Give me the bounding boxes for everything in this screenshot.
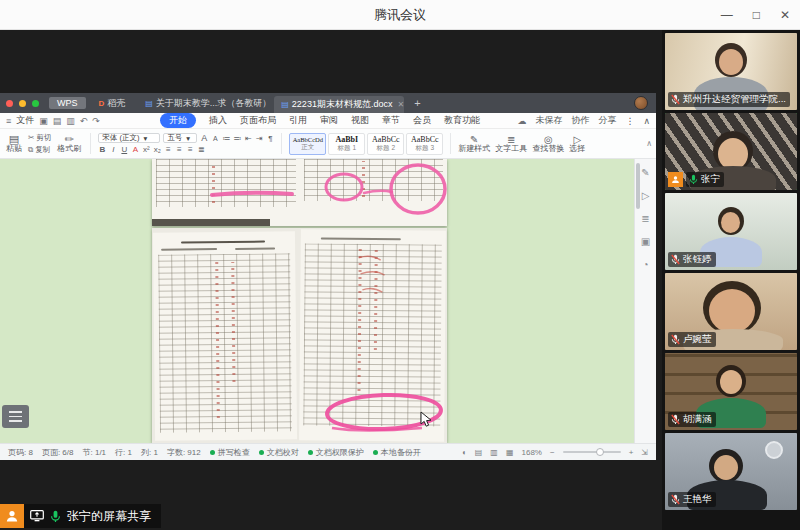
document-canvas[interactable]: ✎ ▷ ≣ ▣ ◔ [0, 159, 656, 443]
fullscreen-icon[interactable]: ⇲ [641, 448, 648, 457]
text-tools-button[interactable]: ≣ 文字工具 [495, 134, 527, 154]
sharer-badge[interactable] [0, 504, 24, 528]
format-painter-button[interactable]: ✏ 格式刷 [55, 133, 83, 154]
find-replace-button[interactable]: ◎ 查找替换 [532, 134, 564, 154]
undo-icon[interactable]: ↶ [80, 116, 88, 126]
paragraph-mark-icon[interactable]: ¶ [266, 134, 274, 143]
align-center-icon[interactable]: ≡ [175, 145, 183, 154]
italic-button[interactable]: I [109, 145, 117, 154]
tab-docer[interactable]: D 稻壳 [92, 94, 133, 113]
participant-tile[interactable]: 胡满涵 [665, 353, 797, 430]
participant-tile[interactable]: 卢婉莹 [665, 273, 797, 350]
share-banner[interactable]: 张宁的屏幕共享 [24, 504, 161, 528]
select-tool-icon[interactable]: ▷ [642, 190, 650, 201]
scanned-table-photo-bottom[interactable] [152, 228, 447, 443]
scrollbar-thumb[interactable] [636, 163, 640, 209]
web-view-icon[interactable]: ▦ [506, 448, 514, 457]
cut-button[interactable]: ✂ 剪切 [28, 133, 51, 143]
zoom-in-button[interactable]: + [629, 448, 634, 457]
wps-account-avatar[interactable] [634, 96, 648, 110]
traffic-light-zoom-icon[interactable] [32, 100, 39, 107]
image-tool-icon[interactable]: ▣ [641, 236, 650, 247]
ribbon-tab-home[interactable]: 开始 [160, 113, 196, 128]
underline-button[interactable]: U [120, 145, 128, 154]
ribbon-collapse-icon[interactable]: ∧ [646, 139, 652, 148]
new-style-button[interactable]: ✎ 新建样式 [458, 134, 490, 154]
shrink-font-button[interactable]: A [211, 135, 219, 142]
increase-indent-icon[interactable]: ⇥ [255, 134, 263, 143]
share-button[interactable]: 分享 [598, 114, 616, 127]
superscript-button[interactable]: x² [142, 145, 150, 154]
traffic-light-minimize-icon[interactable] [19, 100, 26, 107]
zoom-slider[interactable] [563, 451, 621, 453]
participant-tile[interactable]: 王艳华 [665, 433, 797, 510]
number-list-icon[interactable]: ≕ [233, 134, 241, 143]
hamburger-icon[interactable]: ≡ [6, 116, 11, 126]
export-icon[interactable]: ▥ [66, 116, 75, 126]
ribbon-tab-page-layout[interactable]: 页面布局 [240, 114, 276, 127]
zoom-level[interactable]: 168% [521, 448, 541, 457]
bullet-list-icon[interactable]: ≔ [222, 134, 230, 143]
font-size-select[interactable]: 五号 ▾ [163, 133, 197, 143]
proofread-status[interactable]: 文档校对 [259, 447, 299, 458]
grow-font-button[interactable]: A [200, 133, 208, 143]
table-of-contents-button[interactable] [2, 405, 29, 428]
person-icon [671, 175, 680, 184]
tab-close-icon[interactable]: ✕ [397, 100, 404, 109]
collapse-ribbon-icon[interactable]: ∧ [643, 116, 650, 126]
decrease-indent-icon[interactable]: ⇤ [244, 134, 252, 143]
zoom-out-button[interactable]: − [550, 448, 555, 457]
history-icon[interactable]: ◔ [642, 259, 648, 270]
participant-tile-sharing[interactable]: 张宁 [665, 113, 797, 190]
tab-document-1[interactable]: ▤ 关于期末教学...求（各教研） [138, 94, 268, 113]
doc-protection-status[interactable]: 文档权限保护 [308, 447, 364, 458]
ribbon-tab-section[interactable]: 章节 [382, 114, 400, 127]
spell-check-status[interactable]: 拼写检查 [210, 447, 250, 458]
ribbon-tab-education[interactable]: 教育功能 [444, 114, 480, 127]
edit-icon[interactable]: ✎ [641, 167, 649, 178]
style-normal[interactable]: AaBbCcDd 正文 [289, 133, 326, 155]
wps-ribbon: ▤ 粘贴 ✂ 剪切 ⧉ 复制 ✏ 格式刷 [0, 129, 656, 159]
page-view-icon[interactable]: ▤ [475, 448, 483, 457]
copy-button[interactable]: ⧉ 复制 [28, 145, 51, 155]
participant-tile[interactable]: 郑州升达经贸管理学院... [665, 33, 797, 110]
redo-icon[interactable]: ↷ [92, 116, 100, 126]
print-icon[interactable]: ▤ [53, 116, 62, 126]
style-heading1[interactable]: AaBbI 标题 1 [328, 133, 365, 155]
ribbon-tab-insert[interactable]: 插入 [209, 114, 227, 127]
paste-button[interactable]: ▤ 粘贴 [4, 133, 24, 154]
wps-home-button[interactable]: WPS [49, 97, 86, 109]
outline-view-icon[interactable]: ▥ [490, 448, 498, 457]
collaborate-button[interactable]: 协作 [571, 114, 589, 127]
outline-list-icon[interactable]: ≣ [641, 213, 649, 224]
tab-document-2-active[interactable]: ▤ 22231期末材料规范.docx ✕ [274, 96, 404, 113]
style-heading3[interactable]: AaBbCc 标题 3 [406, 133, 443, 155]
ribbon-tab-view[interactable]: 视图 [351, 114, 369, 127]
ribbon-tab-member[interactable]: 会员 [413, 114, 431, 127]
eye-protect-icon[interactable]: ◐ [462, 448, 467, 457]
select-button[interactable]: ▷ 选择 [569, 134, 585, 154]
maximize-button[interactable]: □ [753, 8, 760, 22]
traffic-light-close-icon[interactable] [6, 100, 13, 107]
save-icon[interactable]: ▣ [39, 116, 48, 126]
align-right-icon[interactable]: ≡ [186, 145, 194, 154]
close-button[interactable]: ✕ [780, 8, 790, 22]
menu-file[interactable]: 文件 [16, 114, 34, 127]
more-icon[interactable]: ⋮ [625, 116, 634, 126]
status-word-count[interactable]: 字数: 912 [167, 447, 201, 458]
wps-side-rail: ✎ ▷ ≣ ▣ ◔ [634, 159, 656, 443]
subscript-button[interactable]: x₂ [153, 145, 161, 154]
minimize-button[interactable]: — [721, 8, 733, 22]
font-family-select[interactable]: 宋体 (正文) ▾ [98, 133, 160, 143]
bold-button[interactable]: B [98, 145, 106, 154]
scanned-table-photo-top[interactable] [152, 159, 447, 226]
new-tab-button[interactable]: + [410, 97, 424, 109]
local-backup-status[interactable]: 本地备份开 [373, 447, 421, 458]
ribbon-tab-review[interactable]: 审阅 [320, 114, 338, 127]
line-spacing-icon[interactable]: ≣ [197, 145, 205, 154]
ribbon-tab-references[interactable]: 引用 [289, 114, 307, 127]
style-heading2[interactable]: AaBbCc 标题 2 [367, 133, 404, 155]
align-left-icon[interactable]: ≡ [164, 145, 172, 154]
font-color-button[interactable]: A [131, 145, 139, 154]
participant-tile[interactable]: 张钰婷 [665, 193, 797, 270]
